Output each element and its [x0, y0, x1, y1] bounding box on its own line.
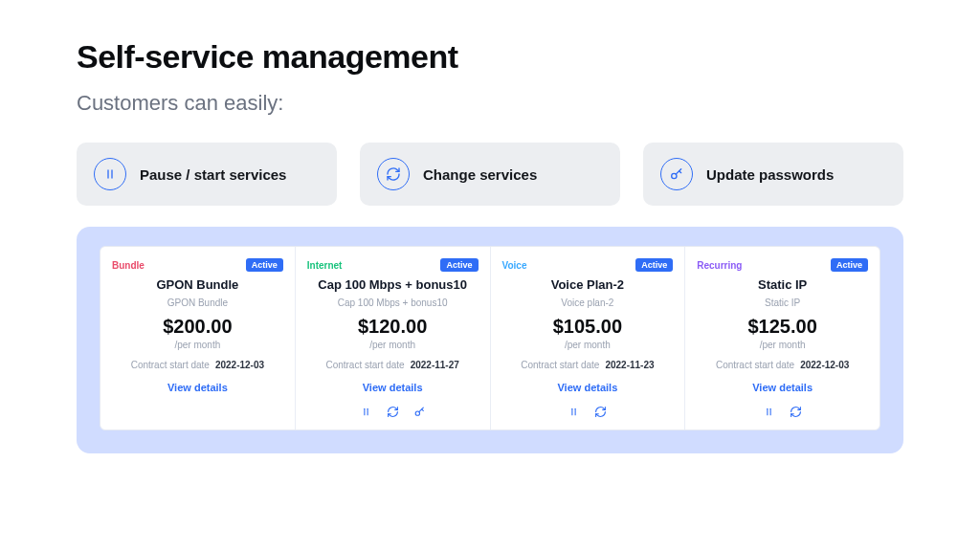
- view-details-link[interactable]: View details: [112, 382, 283, 393]
- category-label: Bundle: [112, 260, 145, 271]
- status-badge: Active: [831, 258, 868, 272]
- view-details-link[interactable]: View details: [502, 382, 674, 393]
- price: $125.00: [697, 316, 868, 338]
- price-unit: /per month: [697, 340, 868, 350]
- plan-subtitle: Cap 100 Mbps + bonus10: [307, 298, 479, 308]
- actions-row: Pause / start servicesChange servicesUpd…: [77, 143, 903, 206]
- contract-label: Contract start date: [521, 360, 599, 370]
- service-card: RecurringActiveStatic IPStatic IP$125.00…: [685, 247, 880, 430]
- price-unit: /per month: [112, 340, 283, 350]
- price: $200.00: [112, 316, 283, 338]
- status-badge: Active: [635, 258, 673, 272]
- refresh-icon[interactable]: [594, 405, 608, 418]
- service-card: InternetActiveCap 100 Mbps + bonus10Cap …: [296, 247, 491, 430]
- tool-row: [697, 405, 868, 420]
- services-row: BundleActiveGPON BundleGPON Bundle$200.0…: [100, 246, 880, 430]
- pause-icon[interactable]: [359, 405, 372, 418]
- status-badge: Active: [246, 258, 283, 272]
- key-icon: [660, 158, 693, 190]
- contract-date: 2022-11-27: [411, 360, 459, 370]
- page-title: Self-service management: [77, 38, 903, 76]
- category-label: Internet: [307, 260, 343, 271]
- contract-row: Contract start date2022-11-23: [502, 360, 674, 370]
- contract-label: Contract start date: [131, 360, 210, 370]
- action-label: Change services: [423, 166, 537, 183]
- plan-name: Voice Plan-2: [502, 277, 674, 292]
- contract-row: Contract start date2022-11-27: [307, 360, 479, 370]
- contract-label: Contract start date: [716, 360, 794, 370]
- contract-label: Contract start date: [325, 360, 404, 370]
- card-header: BundleActive: [112, 258, 283, 272]
- service-card: VoiceActiveVoice Plan-2Voice plan-2$105.…: [491, 247, 686, 430]
- contract-row: Contract start date2022-12-03: [112, 360, 283, 370]
- plan-name: Cap 100 Mbps + bonus10: [307, 277, 479, 292]
- status-badge: Active: [440, 258, 478, 272]
- plan-name: GPON Bundle: [112, 277, 283, 292]
- action-label: Update passwords: [706, 166, 834, 183]
- tool-row: [112, 405, 283, 420]
- refresh-icon[interactable]: [386, 405, 399, 418]
- contract-date: 2022-12-03: [800, 360, 849, 370]
- services-panel: BundleActiveGPON BundleGPON Bundle$200.0…: [77, 227, 903, 453]
- action-card-key[interactable]: Update passwords: [643, 143, 903, 206]
- contract-row: Contract start date2022-12-03: [697, 360, 868, 370]
- tool-row: [502, 405, 674, 420]
- category-label: Voice: [502, 260, 527, 271]
- card-header: VoiceActive: [502, 258, 674, 272]
- action-card-refresh[interactable]: Change services: [360, 143, 620, 206]
- tool-row: [307, 405, 479, 420]
- action-card-pause[interactable]: Pause / start services: [77, 143, 337, 206]
- price-unit: /per month: [502, 340, 674, 350]
- action-label: Pause / start services: [140, 166, 286, 183]
- card-header: RecurringActive: [697, 258, 868, 272]
- view-details-link[interactable]: View details: [307, 382, 479, 393]
- plan-subtitle: Voice plan-2: [502, 298, 674, 308]
- plan-name: Static IP: [697, 277, 868, 292]
- view-details-link[interactable]: View details: [697, 382, 868, 393]
- refresh-icon: [377, 158, 410, 190]
- refresh-icon[interactable]: [790, 405, 803, 418]
- service-card: BundleActiveGPON BundleGPON Bundle$200.0…: [100, 247, 296, 430]
- contract-date: 2022-12-03: [215, 360, 264, 370]
- key-icon[interactable]: [412, 405, 426, 418]
- price: $120.00: [307, 316, 479, 338]
- pause-icon[interactable]: [763, 405, 776, 418]
- contract-date: 2022-11-23: [605, 360, 654, 370]
- plan-subtitle: Static IP: [697, 298, 868, 308]
- category-label: Recurring: [697, 260, 742, 271]
- page-subtitle: Customers can easily:: [77, 91, 903, 116]
- plan-subtitle: GPON Bundle: [112, 298, 283, 308]
- pause-icon[interactable]: [568, 405, 581, 418]
- price-unit: /per month: [307, 340, 479, 350]
- pause-icon: [94, 158, 126, 190]
- price: $105.00: [502, 316, 674, 338]
- card-header: InternetActive: [307, 258, 479, 272]
